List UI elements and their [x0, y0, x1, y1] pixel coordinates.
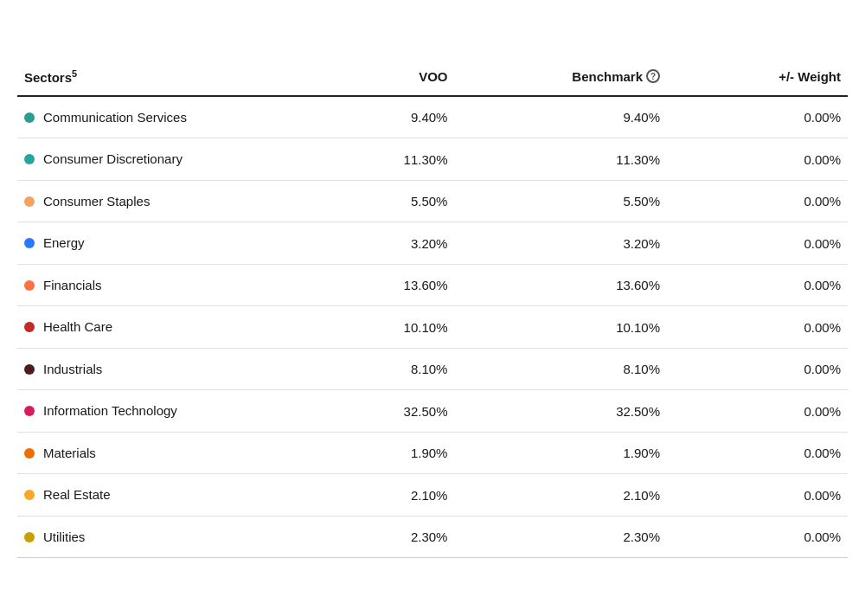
- sector-name-consumer-staples: Consumer Staples: [43, 193, 150, 210]
- sector-cell-health-care: Health Care: [17, 306, 288, 349]
- sector-name-consumer-discretionary: Consumer Discretionary: [43, 151, 183, 168]
- header-sectors: Sectors5: [17, 58, 288, 96]
- benchmark-value-materials: 1.90%: [461, 432, 674, 474]
- table-row: Materials 1.90% 1.90% 0.00%: [17, 432, 848, 474]
- sectors-sup: 5: [72, 68, 77, 79]
- sector-name-real-estate: Real Estate: [43, 486, 111, 504]
- benchmark-text: Benchmark: [572, 69, 643, 84]
- sector-name-financials: Financials: [43, 277, 102, 294]
- voo-value-energy: 3.20%: [288, 222, 462, 265]
- sector-name-energy: Energy: [43, 234, 85, 252]
- weight-value-real-estate: 0.00%: [674, 474, 848, 517]
- sector-cell-real-estate: Real Estate: [17, 474, 288, 517]
- sector-cell-consumer-discretionary: Consumer Discretionary: [17, 138, 288, 181]
- dot-consumer-staples: [24, 196, 35, 207]
- weight-value-financials: 0.00%: [674, 264, 848, 306]
- benchmark-value-industrials: 8.10%: [461, 348, 674, 390]
- weight-value-materials: 0.00%: [674, 432, 848, 474]
- header-voo: VOO: [288, 58, 462, 96]
- weight-value-health-care: 0.00%: [674, 306, 848, 349]
- sectors-label: Sectors: [24, 70, 72, 85]
- dot-communication-services: [24, 112, 35, 123]
- weight-label: +/- Weight: [778, 69, 841, 84]
- header-weight: +/- Weight: [674, 58, 848, 96]
- benchmark-value-consumer-staples: 5.50%: [461, 180, 674, 222]
- voo-value-materials: 1.90%: [288, 432, 462, 474]
- sector-name-health-care: Health Care: [43, 318, 112, 336]
- table-row: Consumer Staples 5.50% 5.50% 0.00%: [17, 180, 848, 222]
- sector-name-industrials: Industrials: [43, 361, 102, 378]
- benchmark-label-group: Benchmark ?: [572, 69, 660, 84]
- weight-value-industrials: 0.00%: [674, 348, 848, 390]
- weight-value-consumer-staples: 0.00%: [674, 180, 848, 222]
- benchmark-value-consumer-discretionary: 11.30%: [461, 138, 674, 181]
- sector-cell-energy: Energy: [17, 222, 288, 265]
- benchmark-value-information-technology: 32.50%: [461, 390, 674, 433]
- table-row: Energy 3.20% 3.20% 0.00%: [17, 222, 848, 265]
- sector-name-materials: Materials: [43, 445, 96, 462]
- dot-financials: [24, 280, 35, 291]
- dot-information-technology: [24, 406, 35, 416]
- benchmark-value-financials: 13.60%: [461, 264, 674, 306]
- weight-value-information-technology: 0.00%: [674, 390, 848, 433]
- dot-consumer-discretionary: [24, 154, 35, 164]
- voo-value-consumer-staples: 5.50%: [288, 180, 462, 222]
- table-row: Industrials 8.10% 8.10% 0.00%: [17, 348, 848, 390]
- benchmark-value-energy: 3.20%: [461, 222, 674, 265]
- benchmark-value-health-care: 10.10%: [461, 306, 674, 349]
- dot-real-estate: [24, 490, 35, 500]
- table-row: Financials 13.60% 13.60% 0.00%: [17, 264, 848, 306]
- voo-value-utilities: 2.30%: [288, 516, 462, 558]
- dot-materials: [24, 448, 35, 459]
- sector-cell-consumer-staples: Consumer Staples: [17, 180, 288, 222]
- sector-name-utilities: Utilities: [43, 529, 85, 546]
- sector-cell-materials: Materials: [17, 432, 288, 474]
- weight-value-energy: 0.00%: [674, 222, 848, 265]
- sector-cell-communication-services: Communication Services: [17, 96, 288, 138]
- weight-value-utilities: 0.00%: [674, 516, 848, 558]
- dot-health-care: [24, 322, 35, 332]
- sector-cell-financials: Financials: [17, 264, 288, 306]
- dot-industrials: [24, 364, 35, 375]
- voo-value-financials: 13.60%: [288, 264, 462, 306]
- dot-utilities: [24, 532, 35, 542]
- table-row: Real Estate 2.10% 2.10% 0.00%: [17, 474, 848, 517]
- benchmark-value-real-estate: 2.10%: [461, 474, 674, 517]
- voo-value-real-estate: 2.10%: [288, 474, 462, 517]
- header-benchmark: Benchmark ?: [461, 58, 674, 96]
- sector-name-communication-services: Communication Services: [43, 109, 187, 126]
- benchmark-info-icon[interactable]: ?: [646, 69, 660, 83]
- voo-value-consumer-discretionary: 11.30%: [288, 138, 462, 181]
- voo-value-health-care: 10.10%: [288, 306, 462, 349]
- voo-value-communication-services: 9.40%: [288, 96, 462, 138]
- dot-energy: [24, 238, 35, 248]
- table-header-row: Sectors5 VOO Benchmark ? +/- Weight: [17, 58, 848, 96]
- sector-cell-information-technology: Information Technology: [17, 390, 288, 433]
- benchmark-value-utilities: 2.30%: [461, 516, 674, 558]
- weight-value-consumer-discretionary: 0.00%: [674, 138, 848, 181]
- sector-cell-utilities: Utilities: [17, 516, 288, 558]
- voo-value-industrials: 8.10%: [288, 348, 462, 390]
- sectors-table-container: Sectors5 VOO Benchmark ? +/- Weight: [17, 58, 848, 559]
- table-row: Information Technology 32.50% 32.50% 0.0…: [17, 390, 848, 433]
- benchmark-value-communication-services: 9.40%: [461, 96, 674, 138]
- weight-value-communication-services: 0.00%: [674, 96, 848, 138]
- sector-name-information-technology: Information Technology: [43, 402, 177, 420]
- table-row: Consumer Discretionary 11.30% 11.30% 0.0…: [17, 138, 848, 181]
- table-row: Health Care 10.10% 10.10% 0.00%: [17, 306, 848, 349]
- table-row: Utilities 2.30% 2.30% 0.00%: [17, 516, 848, 558]
- sectors-table: Sectors5 VOO Benchmark ? +/- Weight: [17, 58, 848, 559]
- sector-cell-industrials: Industrials: [17, 348, 288, 390]
- table-row: Communication Services 9.40% 9.40% 0.00%: [17, 96, 848, 138]
- voo-value-information-technology: 32.50%: [288, 390, 462, 433]
- voo-label: VOO: [419, 69, 447, 84]
